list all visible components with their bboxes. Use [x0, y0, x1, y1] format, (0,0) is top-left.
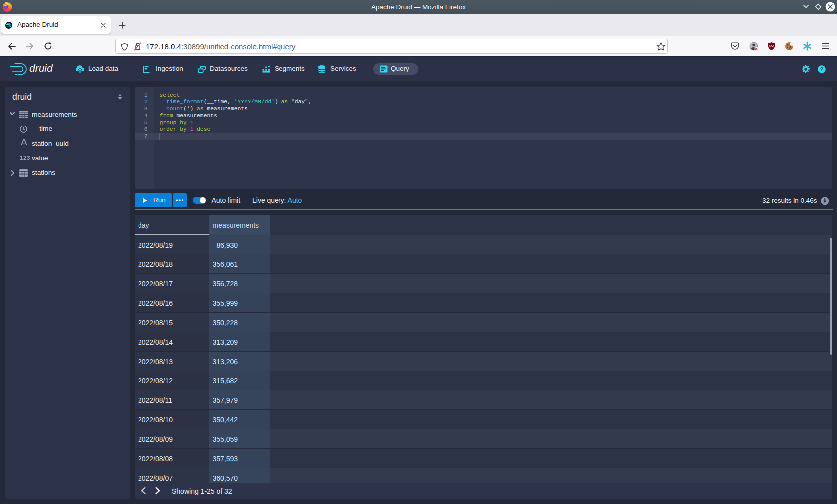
svg-text:?: ? [820, 66, 823, 72]
svg-text:UO: UO [769, 44, 774, 47]
